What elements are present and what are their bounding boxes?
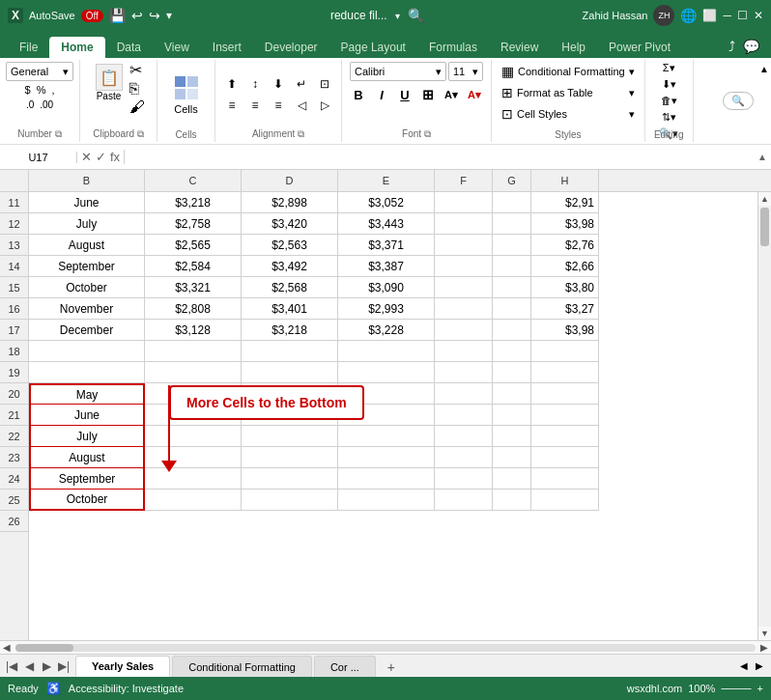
cell-c14[interactable]: $2,584	[145, 256, 242, 277]
cell-h23[interactable]	[531, 447, 599, 468]
col-header-h[interactable]: H	[531, 170, 599, 191]
merge-btn[interactable]: ⊡	[314, 74, 335, 94]
vertical-scrollbar[interactable]: ▲ ▼	[757, 192, 771, 640]
sheet-nav-prev-btn[interactable]: ◀	[21, 658, 37, 674]
cell-g11[interactable]	[493, 192, 531, 213]
cell-b19[interactable]	[29, 362, 145, 383]
cell-f14[interactable]	[435, 256, 493, 277]
zoom-slider[interactable]: ────	[721, 683, 751, 694]
cell-d23[interactable]	[242, 447, 338, 468]
number-expand-icon[interactable]: ⧉	[55, 128, 62, 139]
cell-d12[interactable]: $3,420	[242, 213, 338, 235]
font-size-dropdown[interactable]: 11▾	[448, 62, 483, 81]
cell-f21[interactable]	[435, 405, 493, 426]
maximize-icon[interactable]: ☐	[737, 9, 748, 22]
conditional-format-arrow[interactable]: ▾	[629, 66, 635, 78]
align-middle-btn[interactable]: ↕	[244, 74, 266, 94]
wrap-text-btn[interactable]: ↵	[291, 74, 312, 94]
row-header-20[interactable]: 20	[0, 383, 28, 405]
cell-e16[interactable]: $2,993	[338, 298, 435, 320]
cell-d16[interactable]: $3,401	[242, 298, 338, 320]
cell-g25[interactable]	[493, 490, 531, 511]
cell-f20[interactable]	[435, 383, 493, 405]
cell-g20[interactable]	[493, 383, 531, 405]
row-header-26[interactable]: 26	[0, 511, 28, 532]
ribbon-display-icon[interactable]: ⬜	[702, 9, 717, 22]
redo-icon[interactable]: ↪	[149, 8, 160, 23]
col-header-d[interactable]: D	[242, 170, 338, 191]
cell-c18[interactable]	[145, 341, 242, 362]
cell-c15[interactable]: $3,321	[145, 277, 242, 298]
sheet-nav-next-btn[interactable]: ▶	[39, 658, 54, 674]
cell-c16[interactable]: $2,808	[145, 298, 242, 320]
percent-btn[interactable]: %	[35, 83, 48, 97]
cell-styles-btn[interactable]: ⊡ Cell Styles ▾	[498, 104, 639, 124]
align-right-btn[interactable]: ≡	[268, 96, 289, 115]
cell-g21[interactable]	[493, 405, 531, 426]
cell-c19[interactable]	[145, 362, 242, 383]
cell-h15[interactable]: $3,80	[531, 277, 599, 298]
indent-increase-btn[interactable]: ▷	[314, 96, 335, 115]
cell-e13[interactable]: $3,371	[338, 235, 435, 256]
cell-b12[interactable]: July	[29, 213, 145, 235]
cell-h21[interactable]	[531, 405, 599, 426]
add-sheet-btn[interactable]: +	[382, 658, 401, 677]
cell-e12[interactable]: $3,443	[338, 213, 435, 235]
zoom-in-btn[interactable]: +	[757, 683, 763, 694]
format-table-arrow[interactable]: ▾	[629, 87, 635, 99]
search-box[interactable]: 🔍	[723, 92, 754, 110]
cell-d15[interactable]: $2,568	[242, 277, 338, 298]
number-format-dropdown[interactable]: General▾	[6, 62, 73, 81]
cell-f17[interactable]	[435, 320, 493, 341]
cell-b13[interactable]: August	[29, 235, 145, 256]
col-header-e[interactable]: E	[338, 170, 435, 191]
confirm-icon[interactable]: ✓	[96, 150, 106, 164]
cell-f25[interactable]	[435, 490, 493, 511]
tab-power-pivot[interactable]: Power Pivot	[597, 37, 682, 58]
row-header-14[interactable]: 14	[0, 256, 28, 277]
search-icon[interactable]: 🔍	[408, 8, 424, 23]
col-header-c[interactable]: C	[145, 170, 242, 191]
cell-g22[interactable]	[493, 426, 531, 447]
tab-file[interactable]: File	[8, 37, 49, 58]
scroll-up-btn[interactable]: ▲	[758, 192, 771, 206]
bold-btn[interactable]: B	[348, 85, 369, 104]
scroll-track[interactable]	[758, 206, 771, 627]
save-icon[interactable]: 💾	[109, 8, 126, 23]
insert-function-icon[interactable]: fx	[110, 150, 120, 164]
row-header-13[interactable]: 13	[0, 235, 28, 256]
sheet-tab-conditional-formatting[interactable]: Conditional Formatting	[172, 656, 312, 677]
scroll-thumb[interactable]	[760, 208, 769, 246]
row-header-12[interactable]: 12	[0, 213, 28, 235]
cell-e24[interactable]	[338, 468, 435, 490]
format-as-table-btn[interactable]: ⊞ Format as Table ▾	[498, 83, 639, 102]
tab-insert[interactable]: Insert	[201, 37, 253, 58]
cell-b21[interactable]: June	[29, 405, 145, 426]
row-header-15[interactable]: 15	[0, 277, 28, 298]
cell-h24[interactable]	[531, 468, 599, 490]
cell-g12[interactable]	[493, 213, 531, 235]
cell-h18[interactable]	[531, 341, 599, 362]
cell-b14[interactable]: September	[29, 256, 145, 277]
cell-d19[interactable]	[242, 362, 338, 383]
scroll-right-btn[interactable]: ▶	[757, 642, 771, 653]
ribbon-collapse-btn[interactable]: ▲	[759, 64, 769, 74]
cell-d24[interactable]	[242, 468, 338, 490]
cell-f23[interactable]	[435, 447, 493, 468]
cell-e23[interactable]	[338, 447, 435, 468]
cell-f15[interactable]	[435, 277, 493, 298]
row-header-11[interactable]: 11	[0, 192, 28, 213]
paste-button[interactable]: 📋 Paste	[92, 62, 127, 103]
cell-b11[interactable]: June	[29, 192, 145, 213]
row-header-17[interactable]: 17	[0, 320, 28, 341]
cell-c23[interactable]	[145, 447, 242, 468]
autosave-toggle[interactable]: Off	[81, 10, 103, 22]
underline-btn[interactable]: U	[394, 85, 415, 104]
cell-g24[interactable]	[493, 468, 531, 490]
tab-formulas[interactable]: Formulas	[417, 37, 489, 58]
cell-d13[interactable]: $2,563	[242, 235, 338, 256]
font-expand-icon[interactable]: ⧉	[424, 128, 431, 139]
row-header-21[interactable]: 21	[0, 405, 28, 426]
cell-g23[interactable]	[493, 447, 531, 468]
zoom-level-btn[interactable]: 100%	[688, 683, 715, 694]
